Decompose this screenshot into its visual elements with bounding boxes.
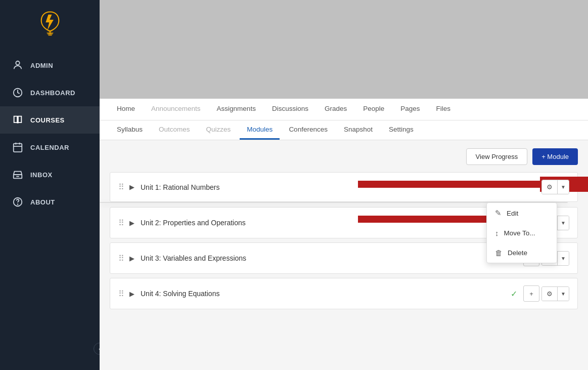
gear-dropdown-unit2[interactable]: ▼: [557, 216, 569, 230]
dropdown-delete-label: Delete: [508, 249, 527, 257]
tab-pages[interactable]: Pages: [393, 99, 427, 120]
gear-dropdown-unit4[interactable]: ▼: [557, 287, 569, 301]
module-title-unit2: Unit 2: Properties and Operations: [141, 219, 523, 227]
dropdown-moveto-label: Move To...: [504, 229, 535, 237]
delete-icon: 🗑: [495, 249, 503, 257]
gear-group-unit1: ⚙ ▼: [541, 180, 569, 194]
add-module-button[interactable]: + Module: [532, 148, 578, 165]
edit-icon: ✎: [495, 209, 502, 218]
sidebar-label-admin: ADMIN: [30, 62, 53, 69]
tab-conferences[interactable]: Conferences: [282, 120, 335, 140]
tab-grades[interactable]: Grades: [318, 99, 354, 120]
svg-point-5: [16, 61, 19, 65]
dropdown-edit[interactable]: ✎ Edit: [487, 203, 557, 223]
logo-icon: [37, 10, 63, 36]
tab-files[interactable]: Files: [429, 99, 458, 120]
sidebar-label-about: ABOUT: [30, 198, 55, 206]
inbox-icon: [12, 169, 23, 180]
gear-button-unit1[interactable]: ⚙: [542, 180, 557, 194]
sidebar-nav: ADMIN DASHBOARD COURSES CALENDAR INBOX: [0, 52, 100, 216]
sidebar-item-dashboard[interactable]: DASHBOARD: [0, 79, 100, 106]
tab-outcomes[interactable]: Outcomes: [152, 120, 197, 140]
logo: [37, 10, 63, 36]
gear-dropdown-menu: ✎ Edit ↕ Move To... 🗑 Delete: [100, 202, 568, 203]
check-icon-unit4: ✓: [511, 289, 517, 299]
tab-snapshot[interactable]: Snapshot: [337, 120, 380, 140]
svg-point-10: [18, 204, 18, 204]
view-progress-button[interactable]: View Progress: [466, 148, 528, 165]
dropdown-move-to[interactable]: ↕ Move To...: [487, 223, 557, 243]
tab-discussions[interactable]: Discussions: [265, 99, 315, 120]
secondary-nav: Syllabus Outcomes Quizzes Modules Confer…: [100, 120, 588, 140]
module-row-unit4: ⠿ ▶ Unit 4: Solving Equations ✓ + ⚙ ▼: [110, 278, 578, 309]
tab-settings[interactable]: Settings: [382, 120, 421, 140]
sidebar-item-courses[interactable]: COURSES: [0, 106, 100, 134]
tab-modules[interactable]: Modules: [240, 120, 280, 140]
chevron-unit2[interactable]: ▶: [129, 219, 134, 227]
add-item-unit4[interactable]: +: [523, 285, 539, 302]
calendar-icon: [12, 142, 23, 153]
question-icon: [12, 196, 23, 208]
sidebar-item-calendar[interactable]: CALENDAR: [0, 134, 100, 161]
sidebar-item-inbox[interactable]: INBOX: [0, 161, 100, 188]
dropdown-edit-label: Edit: [507, 210, 518, 217]
module-title-unit1: Unit 1: Rational Numbers: [141, 183, 541, 191]
tab-assignments[interactable]: Assignments: [210, 99, 263, 120]
sidebar-label-courses: COURSES: [30, 116, 65, 124]
sidebar-item-about[interactable]: ABOUT: [0, 188, 100, 216]
drag-handle-unit4[interactable]: ⠿: [118, 289, 124, 299]
tab-home[interactable]: Home: [110, 99, 142, 120]
dropdown-delete[interactable]: 🗑 Delete: [487, 243, 557, 263]
drag-handle-unit3[interactable]: ⠿: [118, 254, 124, 263]
sidebar-label-dashboard: DASHBOARD: [30, 89, 75, 97]
gear-button-unit4[interactable]: ⚙: [542, 287, 557, 301]
svg-rect-7: [14, 144, 22, 152]
module-actions-unit4: ✓ + ⚙ ▼: [511, 285, 569, 302]
person-icon: [12, 60, 23, 71]
chevron-unit1[interactable]: ▶: [129, 183, 134, 191]
tab-quizzes[interactable]: Quizzes: [199, 120, 238, 140]
sidebar-item-admin[interactable]: ADMIN: [0, 52, 100, 79]
chevron-unit3[interactable]: ▶: [129, 255, 134, 262]
tab-syllabus[interactable]: Syllabus: [110, 120, 150, 140]
sidebar: ADMIN DASHBOARD COURSES CALENDAR INBOX: [0, 0, 100, 370]
module-title-unit3: Unit 3: Variables and Expressions: [141, 254, 511, 262]
svg-marker-1: [46, 15, 54, 30]
main-content: Home Announcements Assignments Discussio…: [100, 0, 588, 370]
chevron-unit4[interactable]: ▶: [129, 290, 134, 298]
modules-toolbar: View Progress + Module: [110, 148, 578, 165]
module-title-unit4: Unit 4: Solving Equations: [141, 290, 511, 298]
clock-icon: [12, 87, 23, 98]
module-row-unit1: ⠿ ▶ Unit 1: Rational Numbers ⚙ ▼: [110, 172, 578, 202]
header-banner: [100, 0, 588, 99]
primary-nav: Home Announcements Assignments Discussio…: [100, 99, 588, 120]
move-icon: ↕: [495, 229, 499, 237]
gear-group-unit4: ⚙ ▼: [541, 286, 569, 301]
gear-dropdown-unit1[interactable]: ▼: [557, 180, 569, 194]
modules-content: View Progress + Module ⠿ ▶ Unit 1: Ratio…: [100, 140, 588, 370]
tab-people[interactable]: People: [356, 99, 391, 120]
tab-announcements[interactable]: Announcements: [144, 99, 208, 120]
sidebar-label-inbox: INBOX: [30, 171, 53, 179]
drag-handle-unit1[interactable]: ⠿: [118, 182, 124, 192]
gear-dropdown-unit3[interactable]: ▼: [557, 252, 569, 265]
module-actions-unit1: ⚙ ▼: [541, 180, 569, 194]
drag-handle-unit2[interactable]: ⠿: [118, 218, 124, 228]
sidebar-label-calendar: CALENDAR: [30, 144, 69, 151]
book-icon: [12, 114, 23, 126]
